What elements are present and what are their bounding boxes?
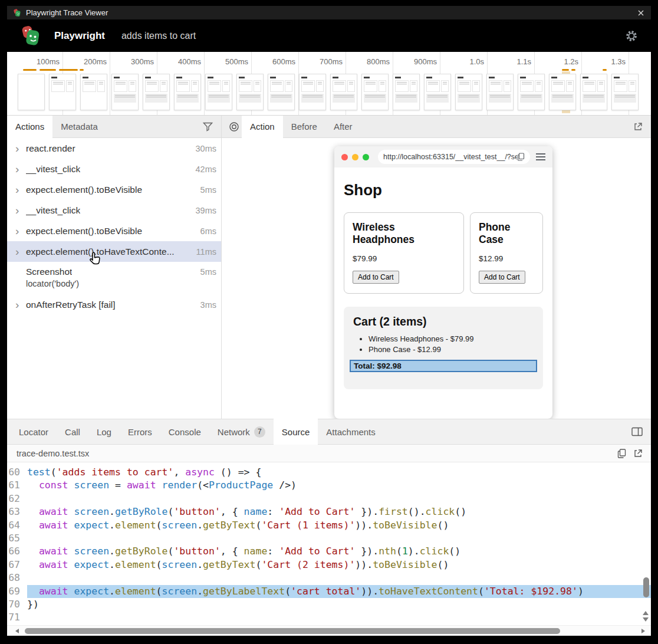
action-row[interactable]: ›expect.element().toBeVisible5ms	[7, 179, 221, 200]
filter-icon[interactable]	[203, 122, 213, 132]
scroll-left-icon[interactable]	[15, 629, 19, 633]
thumb-product	[254, 80, 261, 92]
thumb-heading	[489, 77, 495, 78]
close-icon[interactable]	[637, 9, 645, 17]
tab-label: Source	[282, 427, 310, 437]
browser-menu-icon[interactable]	[536, 153, 545, 160]
timeline-thumbnail[interactable]	[205, 74, 232, 110]
thumb-product	[504, 80, 511, 92]
tab-source[interactable]: Source	[274, 419, 318, 445]
timeline-thumbnail[interactable]	[393, 74, 420, 110]
thumb-product	[566, 80, 574, 92]
line-number: 64	[7, 519, 27, 532]
timeline-thumbnail[interactable]	[143, 74, 170, 110]
action-row[interactable]: Screenshot5mslocator('body')	[7, 262, 221, 294]
product-card: Wireless Headphones$79.99Add to Cart	[344, 212, 464, 294]
tab-call[interactable]: Call	[57, 419, 88, 445]
thumb-product	[426, 80, 440, 92]
timeline-thumbnail[interactable]	[49, 74, 76, 110]
thumb-product	[176, 80, 190, 92]
timeline-thumbnail[interactable]	[80, 74, 107, 110]
timeline-thumbnail[interactable]	[611, 74, 639, 110]
tab-console[interactable]: Console	[160, 419, 209, 445]
timeline-thumbnail[interactable]	[111, 74, 139, 110]
scroll-right-icon[interactable]	[641, 629, 645, 633]
address-bar[interactable]: http://localhost:63315/__vitest_test__/?…	[378, 150, 530, 164]
thumb-product	[614, 80, 627, 92]
timeline-thumbnail[interactable]	[268, 74, 295, 110]
thumb-heading	[614, 77, 620, 78]
add-to-cart-button[interactable]: Add to Cart	[479, 271, 525, 284]
copy-url-icon[interactable]	[517, 153, 525, 161]
tab-log[interactable]: Log	[88, 419, 120, 445]
thumb-cart	[520, 94, 542, 103]
thumb-product	[472, 80, 480, 92]
settings-gear-icon[interactable]	[625, 29, 638, 42]
timeline-thumbnail[interactable]	[236, 74, 264, 110]
tab-metadata[interactable]: Metadata	[52, 116, 106, 138]
action-duration: 11ms	[192, 247, 216, 257]
thumb-product	[129, 80, 136, 92]
snapshot-page: Shop Wireless Headphones$79.99Add to Car…	[334, 180, 552, 389]
browser-chrome: http://localhost:63315/__vitest_test__/?…	[334, 146, 552, 167]
action-row[interactable]: ›onAfterRetryTask [fail]3ms	[7, 294, 221, 315]
thumb-heading	[520, 77, 526, 78]
tab-after[interactable]: After	[325, 116, 361, 138]
tab-before[interactable]: Before	[283, 116, 325, 138]
timeline-thumbnail[interactable]	[424, 74, 451, 110]
tab-locator[interactable]: Locator	[11, 419, 57, 445]
timeline-label: 600ms	[252, 52, 298, 66]
timeline-thumbnail[interactable]	[330, 74, 357, 110]
page-url: http://localhost:63315/__vitest_test__/?…	[383, 153, 517, 161]
tab-label: Locator	[19, 427, 48, 437]
tab-attachments[interactable]: Attachments	[318, 419, 383, 445]
timeline[interactable]: 100ms200ms300ms400ms500ms600ms700ms800ms…	[7, 52, 651, 116]
thumb-product	[395, 80, 409, 92]
playwright-masks-icon	[13, 9, 21, 17]
tab-action[interactable]: Action	[242, 116, 283, 138]
vertical-scrollbar-thumb[interactable]	[643, 577, 649, 597]
code-line: 66 await screen.getByRole('button', { na…	[7, 545, 651, 558]
timeline-thumbnail[interactable]	[18, 74, 45, 110]
open-source-external-icon[interactable]	[633, 449, 643, 458]
scroll-up-icon[interactable]	[643, 611, 649, 615]
tab-label: Log	[97, 427, 111, 437]
timeline-thumbnail[interactable]	[518, 74, 545, 110]
split-view-icon[interactable]	[631, 427, 643, 436]
action-row[interactable]: ›expect.element().toHaveTextConte...11ms	[7, 241, 221, 262]
timeline-thumbnail[interactable]	[549, 74, 576, 110]
thumb-product	[316, 80, 324, 92]
timeline-thumbnail[interactable]	[455, 74, 482, 110]
action-label: onAfterRetryTask [fail]	[26, 300, 116, 310]
timeline-thumbnail[interactable]	[174, 74, 201, 110]
horizontal-scrollbar[interactable]	[7, 625, 651, 636]
chevron-right-icon: ›	[15, 184, 26, 195]
timeline-thumbnail[interactable]	[486, 74, 514, 110]
timeline-thumbnail[interactable]	[580, 74, 607, 110]
vertical-scrollbar-buttons[interactable]	[643, 611, 649, 622]
pick-locator-icon[interactable]	[229, 121, 239, 132]
timeline-thumbnail[interactable]	[299, 74, 326, 110]
action-row[interactable]: ›__vitest_click39ms	[7, 200, 221, 221]
action-duration: 3ms	[196, 300, 216, 310]
action-row[interactable]: ›react.render30ms	[7, 138, 221, 159]
copy-source-icon[interactable]	[617, 449, 626, 458]
open-snapshot-external-icon[interactable]	[633, 122, 643, 132]
timeline-label: 1.2s	[535, 52, 581, 66]
tab-label: Call	[65, 427, 80, 437]
app-name: Playwright	[54, 30, 105, 42]
scroll-down-icon[interactable]	[643, 617, 649, 622]
timeline-label: 800ms	[346, 52, 393, 66]
action-row[interactable]: ›__vitest_click42ms	[7, 159, 221, 179]
thumb-product	[441, 80, 449, 92]
thumb-heading	[83, 77, 88, 78]
tab-actions[interactable]: Actions	[7, 116, 52, 138]
tab-errors[interactable]: Errors	[120, 419, 160, 445]
timeline-thumbnail[interactable]	[361, 74, 389, 110]
tab-network[interactable]: Network7	[209, 419, 274, 445]
action-row[interactable]: ›expect.element().toBeVisible6ms	[7, 221, 221, 241]
horizontal-scrollbar-thumb[interactable]	[25, 628, 560, 634]
timeline-label: 400ms	[157, 52, 204, 66]
add-to-cart-button[interactable]: Add to Cart	[353, 271, 399, 284]
thumb-cart	[551, 94, 574, 103]
